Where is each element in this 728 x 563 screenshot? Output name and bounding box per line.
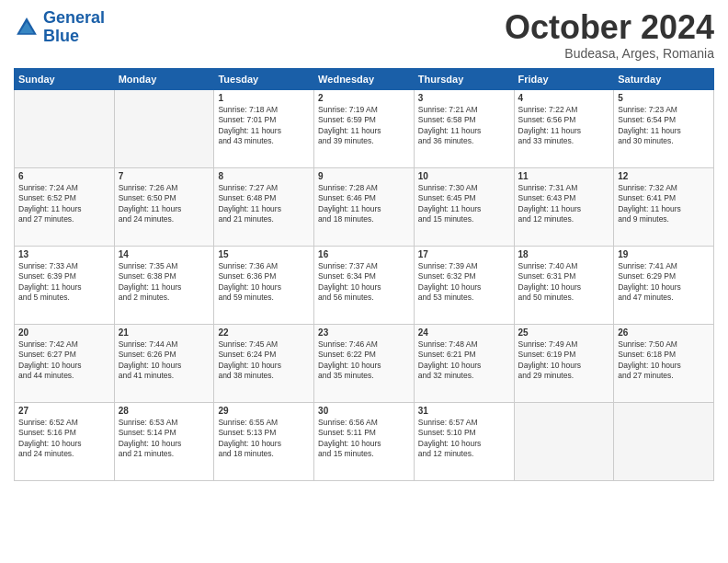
calendar-cell: 18Sunrise: 7:40 AM Sunset: 6:31 PM Dayli… (514, 246, 614, 324)
calendar-cell (114, 89, 214, 167)
calendar-cell: 8Sunrise: 7:27 AM Sunset: 6:48 PM Daylig… (214, 167, 314, 246)
day-header-friday: Friday (514, 68, 614, 89)
calendar-cell: 12Sunrise: 7:32 AM Sunset: 6:41 PM Dayli… (614, 167, 714, 246)
calendar-cell: 27Sunrise: 6:52 AM Sunset: 5:16 PM Dayli… (15, 402, 115, 480)
cell-content: Sunrise: 6:52 AM Sunset: 5:16 PM Dayligh… (18, 418, 110, 460)
day-number: 7 (119, 171, 210, 181)
calendar-cell: 17Sunrise: 7:39 AM Sunset: 6:32 PM Dayli… (414, 246, 514, 324)
day-header-saturday: Saturday (614, 68, 714, 89)
day-number: 31 (418, 406, 510, 416)
cell-content: Sunrise: 7:33 AM Sunset: 6:39 PM Dayligh… (18, 261, 110, 304)
logo-line1: General (43, 8, 105, 27)
logo: General Blue (14, 9, 105, 46)
cell-content: Sunrise: 7:44 AM Sunset: 6:26 PM Dayligh… (119, 339, 210, 382)
cell-content: Sunrise: 6:57 AM Sunset: 5:10 PM Dayligh… (418, 418, 510, 460)
day-number: 22 (218, 327, 310, 338)
calendar-cell: 19Sunrise: 7:41 AM Sunset: 6:29 PM Dayli… (614, 246, 714, 324)
cell-content: Sunrise: 7:48 AM Sunset: 6:21 PM Dayligh… (418, 339, 510, 382)
day-number: 26 (618, 327, 710, 338)
calendar-cell: 4Sunrise: 7:22 AM Sunset: 6:56 PM Daylig… (514, 89, 614, 167)
day-number: 4 (518, 93, 610, 103)
cell-content: Sunrise: 6:53 AM Sunset: 5:14 PM Dayligh… (119, 418, 210, 460)
day-header-tuesday: Tuesday (214, 68, 314, 89)
calendar-cell: 2Sunrise: 7:19 AM Sunset: 6:59 PM Daylig… (314, 89, 415, 167)
cell-content: Sunrise: 7:18 AM Sunset: 7:01 PM Dayligh… (218, 105, 310, 147)
calendar-cell: 26Sunrise: 7:50 AM Sunset: 6:18 PM Dayli… (614, 324, 714, 402)
logo-text: General Blue (43, 9, 105, 46)
day-number: 11 (518, 171, 610, 181)
day-header-wednesday: Wednesday (314, 68, 415, 89)
calendar-cell: 30Sunrise: 6:56 AM Sunset: 5:11 PM Dayli… (314, 402, 415, 480)
month-title: October 2024 (505, 9, 714, 46)
calendar-cell: 9Sunrise: 7:28 AM Sunset: 6:46 PM Daylig… (314, 167, 415, 246)
day-number: 19 (618, 249, 710, 259)
cell-content: Sunrise: 7:28 AM Sunset: 6:46 PM Dayligh… (318, 183, 410, 225)
cell-content: Sunrise: 7:32 AM Sunset: 6:41 PM Dayligh… (618, 183, 710, 225)
week-row-3: 20Sunrise: 7:42 AM Sunset: 6:27 PM Dayli… (15, 324, 714, 402)
calendar-cell: 25Sunrise: 7:49 AM Sunset: 6:19 PM Dayli… (514, 324, 614, 402)
calendar-cell: 31Sunrise: 6:57 AM Sunset: 5:10 PM Dayli… (414, 402, 514, 480)
day-number: 15 (218, 249, 310, 259)
calendar-cell: 20Sunrise: 7:42 AM Sunset: 6:27 PM Dayli… (15, 324, 115, 402)
calendar-cell: 3Sunrise: 7:21 AM Sunset: 6:58 PM Daylig… (414, 89, 514, 167)
cell-content: Sunrise: 7:35 AM Sunset: 6:38 PM Dayligh… (119, 261, 210, 304)
cell-content: Sunrise: 7:27 AM Sunset: 6:48 PM Dayligh… (218, 183, 310, 225)
day-number: 17 (418, 249, 510, 259)
logo-icon (14, 15, 40, 40)
day-number: 28 (119, 406, 210, 416)
calendar-cell: 14Sunrise: 7:35 AM Sunset: 6:38 PM Dayli… (114, 246, 214, 324)
header: General Blue October 2024 Budeasa, Arges… (14, 9, 714, 61)
calendar-cell: 24Sunrise: 7:48 AM Sunset: 6:21 PM Dayli… (414, 324, 514, 402)
day-number: 25 (518, 327, 610, 338)
day-number: 6 (18, 171, 110, 181)
day-number: 3 (418, 93, 510, 103)
cell-content: Sunrise: 7:46 AM Sunset: 6:22 PM Dayligh… (318, 339, 410, 382)
title-section: October 2024 Budeasa, Arges, Romania (505, 9, 714, 61)
calendar-cell: 23Sunrise: 7:46 AM Sunset: 6:22 PM Dayli… (314, 324, 415, 402)
week-row-1: 6Sunrise: 7:24 AM Sunset: 6:52 PM Daylig… (15, 167, 714, 246)
calendar-cell: 13Sunrise: 7:33 AM Sunset: 6:39 PM Dayli… (15, 246, 115, 324)
cell-content: Sunrise: 7:24 AM Sunset: 6:52 PM Dayligh… (18, 183, 110, 225)
day-number: 21 (119, 327, 210, 338)
day-number: 10 (418, 171, 510, 181)
calendar-cell: 22Sunrise: 7:45 AM Sunset: 6:24 PM Dayli… (214, 324, 314, 402)
calendar-cell: 15Sunrise: 7:36 AM Sunset: 6:36 PM Dayli… (214, 246, 314, 324)
cell-content: Sunrise: 7:49 AM Sunset: 6:19 PM Dayligh… (518, 339, 610, 382)
cell-content: Sunrise: 7:31 AM Sunset: 6:43 PM Dayligh… (518, 183, 610, 225)
day-header-sunday: Sunday (15, 68, 115, 89)
cell-content: Sunrise: 7:45 AM Sunset: 6:24 PM Dayligh… (218, 339, 310, 382)
calendar-cell: 21Sunrise: 7:44 AM Sunset: 6:26 PM Dayli… (114, 324, 214, 402)
cell-content: Sunrise: 7:50 AM Sunset: 6:18 PM Dayligh… (618, 339, 710, 382)
location: Budeasa, Arges, Romania (505, 46, 714, 61)
day-number: 13 (18, 249, 110, 259)
calendar-cell: 5Sunrise: 7:23 AM Sunset: 6:54 PM Daylig… (614, 89, 714, 167)
calendar-cell: 16Sunrise: 7:37 AM Sunset: 6:34 PM Dayli… (314, 246, 415, 324)
day-number: 18 (518, 249, 610, 259)
cell-content: Sunrise: 6:55 AM Sunset: 5:13 PM Dayligh… (218, 418, 310, 460)
week-row-4: 27Sunrise: 6:52 AM Sunset: 5:16 PM Dayli… (15, 402, 714, 480)
day-number: 12 (618, 171, 710, 181)
cell-content: Sunrise: 7:36 AM Sunset: 6:36 PM Dayligh… (218, 261, 310, 304)
day-number: 20 (18, 327, 110, 338)
cell-content: Sunrise: 7:23 AM Sunset: 6:54 PM Dayligh… (618, 105, 710, 147)
day-number: 1 (218, 93, 310, 103)
calendar-header-row: SundayMondayTuesdayWednesdayThursdayFrid… (15, 68, 714, 89)
calendar-cell (514, 402, 614, 480)
day-number: 30 (318, 406, 410, 416)
cell-content: Sunrise: 6:56 AM Sunset: 5:11 PM Dayligh… (318, 418, 410, 460)
cell-content: Sunrise: 7:40 AM Sunset: 6:31 PM Dayligh… (518, 261, 610, 304)
week-row-2: 13Sunrise: 7:33 AM Sunset: 6:39 PM Dayli… (15, 246, 714, 324)
day-header-thursday: Thursday (414, 68, 514, 89)
calendar-cell: 28Sunrise: 6:53 AM Sunset: 5:14 PM Dayli… (114, 402, 214, 480)
calendar-cell: 7Sunrise: 7:26 AM Sunset: 6:50 PM Daylig… (114, 167, 214, 246)
calendar-cell: 29Sunrise: 6:55 AM Sunset: 5:13 PM Dayli… (214, 402, 314, 480)
calendar-cell: 6Sunrise: 7:24 AM Sunset: 6:52 PM Daylig… (15, 167, 115, 246)
day-number: 14 (119, 249, 210, 259)
day-header-monday: Monday (114, 68, 214, 89)
cell-content: Sunrise: 7:37 AM Sunset: 6:34 PM Dayligh… (318, 261, 410, 304)
cell-content: Sunrise: 7:42 AM Sunset: 6:27 PM Dayligh… (18, 339, 110, 382)
day-number: 9 (318, 171, 410, 181)
cell-content: Sunrise: 7:26 AM Sunset: 6:50 PM Dayligh… (119, 183, 210, 225)
cell-content: Sunrise: 7:19 AM Sunset: 6:59 PM Dayligh… (318, 105, 410, 147)
day-number: 16 (318, 249, 410, 259)
